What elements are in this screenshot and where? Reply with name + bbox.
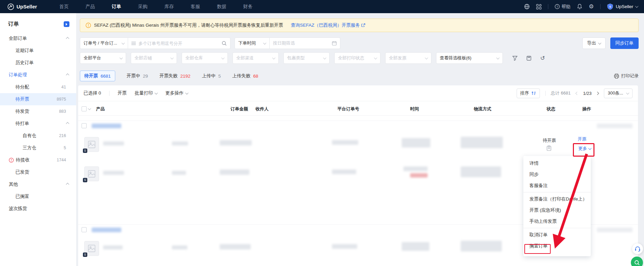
support-float-button[interactable] <box>632 243 643 254</box>
tab-upload-failed[interactable]: 上传失败 68 <box>232 73 258 79</box>
sidebar-group-order-processing[interactable]: 订单处理 <box>0 69 76 81</box>
menu-item-sync[interactable]: 同步 <box>523 169 591 180</box>
row-action-invoice[interactable]: 开票 <box>578 136 586 142</box>
warehouse-select[interactable]: 全部仓库 <box>182 52 228 64</box>
nav-item-inventory[interactable]: 库存 <box>164 4 174 10</box>
help-button[interactable]: ? 帮助 <box>555 4 571 10</box>
tab-uploading[interactable]: 上传中 5 <box>202 73 221 79</box>
batch-print-button[interactable]: 批量打印 <box>135 90 157 96</box>
sync-orders-button[interactable]: 同步订单 <box>610 37 639 49</box>
account-menu[interactable]: S UpSeller <box>607 3 638 10</box>
bell-icon[interactable] <box>577 4 582 9</box>
sidebar-group-all-orders[interactable]: 全部订单 <box>0 32 76 45</box>
tab-invoice-failed[interactable]: 开票失败 2192 <box>159 73 190 79</box>
menu-item-invoice-note[interactable]: 发票备注（打印在Danfe上） <box>523 193 591 205</box>
chevron-down-icon <box>588 147 592 150</box>
brand-logo[interactable]: UpSeller <box>7 3 37 10</box>
menu-item-detail[interactable]: 详情 <box>523 158 591 169</box>
keyword-type-select[interactable]: 订单号 / 平台订... <box>80 37 128 49</box>
more-label: 更多 <box>578 145 587 152</box>
sort-button[interactable]: 排序 <box>517 88 540 98</box>
globe-icon[interactable] <box>524 4 530 9</box>
brand-name: UpSeller <box>17 4 37 9</box>
top-navbar: UpSeller 首页 产品 订单 采购 库存 客服 数据 财务 ? 帮助 ⚙ <box>0 0 644 13</box>
row-checkbox[interactable] <box>82 123 87 128</box>
export-button[interactable]: 导出 <box>582 37 606 49</box>
sidebar-item-history-orders[interactable]: 历史订单 <box>0 57 76 69</box>
invoice-select[interactable]: 全部发票 <box>385 52 431 64</box>
chevron-down-icon <box>171 56 174 59</box>
search-chat-icon <box>634 260 640 266</box>
prev-page-icon[interactable] <box>576 91 579 95</box>
platform-select[interactable]: 全部平台 <box>80 52 126 64</box>
more-actions-button[interactable]: 更多操作 <box>165 90 188 96</box>
menu-item-cancel-order[interactable]: 取消订单 <box>523 229 591 240</box>
menu-item-hold-order[interactable]: 搁置订单 <box>523 240 591 251</box>
row-checkbox[interactable] <box>82 227 87 232</box>
chevron-down-icon <box>425 56 428 59</box>
sidebar-item-on-hold[interactable]: 已搁置 <box>0 190 76 203</box>
nav-item-products[interactable]: 产品 <box>86 4 95 10</box>
print-record-button[interactable]: 打印记录 <box>614 73 639 79</box>
blurred-cell <box>332 169 356 174</box>
sidebar-item-own-warehouse[interactable]: 自有仓 216 <box>0 130 76 142</box>
nav-item-service[interactable]: 客服 <box>191 4 200 10</box>
store-select[interactable]: 全部店铺 <box>131 52 177 64</box>
menu-item-invoice-emergency[interactable]: 开票 (应急环境) <box>523 205 591 216</box>
select-all-checkbox[interactable] <box>82 106 87 111</box>
date-range-picker[interactable]: 按日期筛选 <box>270 37 340 49</box>
sidebar-item-shipped[interactable]: 已发货 <box>0 166 76 178</box>
banner-link[interactable]: 查询SEFAZ（巴西税局）开票服务 <box>291 22 365 28</box>
batch-print-label: 批量打印 <box>135 90 153 96</box>
nav-item-home[interactable]: 首页 <box>59 4 69 10</box>
clipboard-note-icon[interactable] <box>547 145 551 151</box>
row-action-more[interactable]: 更多 <box>578 145 591 152</box>
sidebar-item-to-ship[interactable]: 待发货 883 <box>0 105 76 117</box>
sidebar-item-to-print[interactable]: 待打单 <box>0 117 76 130</box>
printer-icon <box>614 74 619 79</box>
filter-funnel-icon[interactable] <box>512 56 518 61</box>
tab-count: 6681 <box>101 74 111 79</box>
reset-undo-icon[interactable]: ↺ <box>540 56 545 61</box>
page-size-select[interactable]: 300条... <box>604 88 633 98</box>
sidebar-item-to-assign[interactable]: 待分配 41 <box>0 81 76 93</box>
nav-item-purchase[interactable]: 采购 <box>138 4 148 10</box>
channel-value: 全部渠道 <box>236 55 254 61</box>
menu-item-cs-note[interactable]: 客服备注 <box>523 180 591 191</box>
collapse-sidebar-icon[interactable] <box>64 21 69 27</box>
tab-to-invoice[interactable]: 待开票 6681 <box>80 71 115 81</box>
search-input[interactable] <box>139 41 219 46</box>
apps-grid-icon[interactable] <box>536 4 542 9</box>
item-label: 三方仓 <box>23 145 36 151</box>
item-count: 8975 <box>57 97 69 102</box>
sidebar-item-wave-picking[interactable]: 波次拣货 <box>0 203 76 215</box>
chevron-down-icon[interactable] <box>88 107 91 110</box>
blurred-cell <box>402 242 429 251</box>
print-status-select[interactable]: 全部打印状态 <box>334 52 380 64</box>
sidebar-item-to-invoice[interactable]: 待开票 8975 <box>0 93 76 105</box>
tab-invoicing[interactable]: 开票中 29 <box>127 73 148 79</box>
nav-item-finance[interactable]: 财务 <box>243 4 253 10</box>
search-icon[interactable] <box>222 41 227 46</box>
save-template-icon[interactable] <box>526 56 531 61</box>
filter-template-select[interactable]: 查看筛选模板(6) <box>436 52 503 64</box>
gear-icon[interactable]: ⚙ <box>589 4 594 9</box>
time-field-select[interactable]: 下单时间 <box>235 37 270 49</box>
channel-select[interactable]: 全部渠道 <box>233 52 279 64</box>
chevron-down-icon <box>323 56 327 59</box>
sidebar-item-third-warehouse[interactable]: 三方仓 5 <box>0 142 76 154</box>
sidebar-item-recent-orders[interactable]: 近期订单 <box>0 45 76 57</box>
nav-item-orders[interactable]: 订单 <box>112 4 121 10</box>
upseller-logo-icon <box>7 3 14 10</box>
sidebar-item-to-pickup[interactable]: 待揽收 1744 <box>0 154 76 166</box>
menu-item-manual-upload[interactable]: 手动上传发票 <box>523 216 591 227</box>
nav-item-data[interactable]: 数据 <box>217 4 226 10</box>
sidebar-group-others[interactable]: 其他 <box>0 178 76 190</box>
warning-icon <box>86 23 91 28</box>
blurred-cell <box>402 138 430 148</box>
chat-float-button[interactable] <box>631 257 643 266</box>
platform-badge: S <box>83 252 87 257</box>
next-page-icon[interactable] <box>596 91 599 95</box>
package-type-select[interactable]: 包裹类型 <box>283 52 330 64</box>
invoice-button[interactable]: 开票 <box>118 90 127 96</box>
